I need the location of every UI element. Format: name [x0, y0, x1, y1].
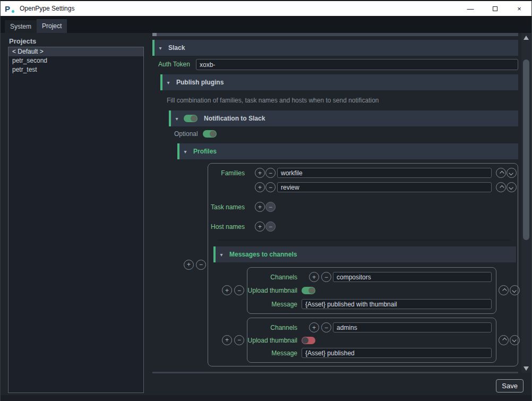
remove-channel-button[interactable]: − — [321, 322, 331, 332]
add-task-button[interactable]: + — [255, 202, 265, 212]
minimize-icon: — — [467, 5, 474, 13]
move-message-down-button[interactable] — [510, 285, 520, 295]
collapse-arrow-icon[interactable]: ▾ — [156, 45, 165, 51]
upload-thumbnail-label: Upload thumbnail — [251, 287, 297, 294]
message-label: Message — [251, 349, 297, 357]
tab-system[interactable]: System — [5, 20, 37, 33]
minimize-button[interactable]: — — [458, 1, 483, 16]
channels-row: Channels + − — [251, 322, 492, 332]
profile-box: Families + − + − — [208, 163, 518, 366]
remove-host-button[interactable]: − — [265, 221, 276, 232]
add-channel-button[interactable]: + — [309, 322, 319, 332]
logo-letter: P — [5, 4, 10, 13]
save-button[interactable]: Save — [496, 379, 524, 393]
add-message-button[interactable]: + — [222, 335, 232, 345]
auth-token-input[interactable] — [196, 59, 518, 70]
profiles-title: Profiles — [193, 148, 217, 155]
message-text-row: Message — [251, 299, 492, 309]
optional-label: Optional — [174, 130, 198, 138]
add-message-button[interactable]: + — [222, 285, 232, 295]
family-input[interactable] — [277, 168, 492, 178]
message-input[interactable] — [302, 299, 492, 309]
window-title: OpenPype Settings — [20, 5, 74, 12]
notification-header[interactable]: ▾ Notification to Slack — [169, 110, 518, 126]
add-host-button[interactable]: + — [255, 221, 265, 232]
vertical-scrollbar[interactable] — [521, 33, 531, 373]
remove-family-button[interactable]: − — [265, 168, 276, 178]
project-item-petr-second[interactable]: petr_second — [8, 56, 143, 65]
upload-thumbnail-row: Upload thumbnail — [251, 287, 492, 294]
move-down-button[interactable] — [507, 168, 517, 178]
content-area: Projects < Default > petr_second petr_te… — [1, 33, 531, 401]
messages-header[interactable]: ▾ Messages to channels — [213, 246, 516, 262]
remove-family-button[interactable]: − — [265, 182, 276, 192]
add-family-button[interactable]: + — [255, 168, 265, 178]
settings-main: ▾ Slack Auth Token ▾ Publish plugins Fil… — [148, 33, 531, 401]
profiles-header[interactable]: ▾ Profiles — [177, 143, 518, 159]
families-row: + − — [211, 182, 517, 192]
message-input[interactable] — [302, 348, 492, 358]
maximize-button[interactable] — [483, 1, 507, 16]
message-item: + − Channels + − — [211, 318, 517, 363]
upload-thumbnail-toggle[interactable] — [302, 337, 315, 344]
collapse-arrow-icon[interactable]: ▾ — [164, 80, 173, 86]
horizontal-scrollbar[interactable] — [152, 372, 518, 373]
optional-row: Optional — [174, 130, 217, 138]
openpype-settings-window: P OpenPype Settings — × System Project P… — [0, 0, 532, 401]
openpype-logo-icon: P — [5, 4, 15, 14]
project-item-petr-test[interactable]: petr_test — [8, 65, 143, 74]
remove-message-button[interactable]: − — [234, 285, 244, 295]
collapse-arrow-icon[interactable]: ▾ — [172, 116, 182, 122]
collapse-arrow-icon[interactable]: ▾ — [181, 149, 190, 155]
auth-token-label: Auth Token — [158, 61, 190, 68]
add-channel-button[interactable]: + — [309, 272, 319, 282]
chevron-down-icon — [512, 338, 516, 342]
chevron-up-icon — [500, 170, 504, 175]
maximize-icon — [493, 6, 497, 11]
remove-message-button[interactable]: − — [234, 335, 244, 345]
toggle-knob — [191, 115, 197, 122]
logo-dot — [12, 10, 14, 13]
slack-section-header[interactable]: ▾ Slack — [152, 40, 518, 56]
host-names-row: Host names + − — [211, 221, 517, 232]
window-bottom-edge — [1, 395, 531, 401]
scrollbar-thumb[interactable] — [523, 59, 529, 240]
remove-task-button[interactable]: − — [265, 202, 276, 212]
close-button[interactable]: × — [507, 1, 531, 16]
move-message-up-button[interactable] — [499, 335, 509, 345]
window-controls: — × — [458, 1, 531, 16]
channel-input[interactable] — [333, 322, 492, 332]
tab-project[interactable]: Project — [37, 19, 67, 33]
remove-channel-button[interactable]: − — [321, 272, 331, 282]
chevron-up-icon — [500, 185, 504, 189]
message-label: Message — [251, 301, 297, 308]
remove-profile-button[interactable]: − — [196, 260, 206, 270]
add-family-button[interactable]: + — [255, 182, 265, 192]
publish-plugins-header[interactable]: ▾ Publish plugins — [160, 74, 518, 90]
scroll-up-icon[interactable] — [524, 36, 529, 40]
collapse-arrow-icon[interactable]: ▾ — [217, 252, 226, 258]
move-up-button[interactable] — [496, 182, 506, 192]
notification-title: Notification to Slack — [204, 115, 265, 122]
move-message-down-button[interactable] — [510, 335, 520, 345]
projects-panel: Projects < Default > petr_second petr_te… — [1, 33, 148, 401]
channels-row: Channels + − — [251, 272, 492, 282]
add-profile-button[interactable]: + — [184, 260, 194, 270]
notification-enabled-toggle[interactable] — [184, 115, 198, 122]
toggle-knob — [308, 287, 315, 294]
projects-title: Projects — [9, 37, 36, 45]
messages-title: Messages to channels — [229, 251, 297, 258]
profile-item: + − Families + − + — [148, 163, 532, 366]
family-input[interactable] — [277, 182, 492, 192]
upload-thumbnail-row: Upload thumbnail — [251, 337, 492, 344]
upload-thumbnail-toggle[interactable] — [302, 287, 315, 294]
chevron-down-icon — [512, 288, 516, 292]
move-down-button[interactable] — [507, 182, 517, 192]
move-message-up-button[interactable] — [499, 285, 509, 295]
task-names-row: Task names + − — [211, 202, 517, 212]
channel-input[interactable] — [333, 272, 492, 282]
optional-toggle[interactable] — [203, 130, 217, 138]
project-item-default[interactable]: < Default > — [8, 47, 143, 56]
scroll-down-icon[interactable] — [524, 366, 529, 371]
move-up-button[interactable] — [496, 168, 506, 178]
